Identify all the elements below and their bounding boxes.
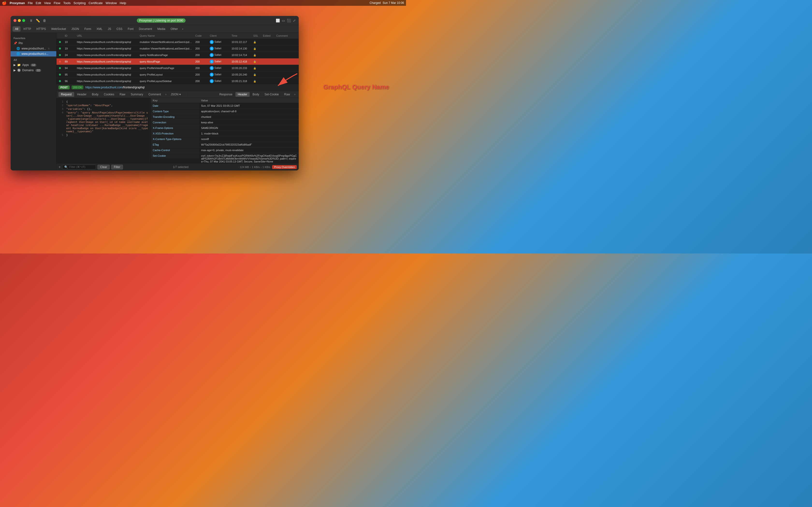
- apple-menu[interactable]: 🍎: [2, 1, 7, 5]
- row-code-96: 200: [194, 78, 208, 83]
- rh-val-x-xss: 1; mode=block: [199, 131, 299, 136]
- detail-tab-body-right[interactable]: Body: [250, 92, 261, 97]
- minimize-button[interactable]: [18, 19, 21, 22]
- row-queryname-96: query ProfileLayoutSidebar: [138, 78, 194, 83]
- tab-json[interactable]: JSON: [69, 26, 82, 32]
- sidebar-group-apps[interactable]: ▶ 📁 Apps 12: [11, 62, 56, 68]
- detail-tab-body-left[interactable]: Body: [89, 92, 101, 97]
- tab-form[interactable]: Form: [82, 26, 94, 32]
- th-url[interactable]: URL: [75, 34, 138, 38]
- menubar-scripting[interactable]: Scripting: [73, 1, 86, 5]
- th-queryname[interactable]: Query Name: [138, 34, 194, 38]
- code-line-4: 4 "query": "query AboutPage{aboutPage{me…: [57, 111, 151, 133]
- menubar-view[interactable]: View: [44, 1, 51, 5]
- detail-tab-request[interactable]: Request: [58, 92, 74, 97]
- sidebar-item-producthunt2[interactable]: 🌐 www.producthunt.c...: [11, 51, 56, 56]
- row-edited-95: [261, 73, 275, 76]
- menubar-certificate[interactable]: Certificate: [89, 1, 103, 5]
- detail-tab-response[interactable]: Response: [217, 92, 235, 97]
- th-edited[interactable]: Edited: [261, 34, 275, 38]
- menubar-help[interactable]: Help: [120, 1, 126, 5]
- rh-val-content-type: application/json; charset=utf-8: [199, 109, 299, 114]
- maximize-button[interactable]: [22, 19, 25, 22]
- split-horizontal-icon[interactable]: ⬜: [276, 18, 280, 22]
- table-row[interactable]: 24 https://www.producthunt.com/frontend/…: [57, 52, 299, 58]
- copy-icon[interactable]: ⎘: [48, 47, 50, 50]
- menubar-edit[interactable]: Edit: [36, 1, 41, 5]
- search-box[interactable]: 🔍 Filter (⌘⌥F): [62, 165, 96, 169]
- row-client-89: S Safari: [208, 58, 230, 65]
- tab-http[interactable]: HTTP: [21, 26, 33, 32]
- th-code[interactable]: Code: [194, 34, 208, 38]
- tab-js[interactable]: JS: [105, 26, 114, 32]
- sidebar-item-pin[interactable]: 📌 Pin: [11, 41, 56, 46]
- add-button[interactable]: +: [58, 165, 61, 169]
- detail-tab-header-right[interactable]: Header: [236, 92, 250, 97]
- tab-xml[interactable]: XML: [94, 26, 105, 32]
- detail-tab-raw-right[interactable]: Raw: [282, 92, 292, 97]
- sidebar-item-producthunt1[interactable]: 🌐 www.producthunt... ⎘: [11, 46, 56, 51]
- tab-all[interactable]: All: [12, 26, 20, 32]
- th-time[interactable]: Time: [230, 34, 252, 38]
- tab-font[interactable]: Font: [125, 26, 136, 32]
- row-time-95: 10:05:20.240: [230, 72, 252, 77]
- th-comment[interactable]: Comment: [275, 34, 294, 38]
- tab-document[interactable]: Document: [137, 26, 155, 32]
- menubar-file[interactable]: File: [28, 1, 33, 5]
- table-row[interactable]: 94 https://www.producthunt.com/frontend/…: [57, 65, 299, 71]
- menubar-charged: Charged: [369, 1, 380, 5]
- tab-media[interactable]: Media: [155, 26, 168, 32]
- detail-tab-setcookie[interactable]: Set-Cookie: [262, 92, 281, 97]
- detail-tab-cookies[interactable]: Cookies: [101, 92, 116, 97]
- menubar-flow[interactable]: Flow: [54, 1, 60, 5]
- table-row[interactable]: 10 https://www.producthunt.com/frontend/…: [57, 39, 299, 45]
- filter-button[interactable]: Filter: [111, 165, 123, 169]
- json-format-selector[interactable]: JSON ▾: [168, 92, 183, 97]
- menubar-app-name[interactable]: Proxyman: [10, 1, 25, 5]
- response-header-x-content-type: X-Content-Type-Options nosniff: [151, 136, 299, 142]
- response-header-x-frame: X-Frame-Options SAMEORIGIN: [151, 125, 299, 131]
- tab-css[interactable]: CSS: [114, 26, 125, 32]
- tab-https[interactable]: HTTPS: [34, 26, 48, 32]
- row-time-24: 10:02:14.714: [230, 52, 252, 58]
- delete-button[interactable]: 🗑: [42, 18, 47, 23]
- detail-tab-comment[interactable]: Comment: [146, 92, 163, 97]
- detail-tab-raw-left[interactable]: Raw: [117, 92, 128, 97]
- rh-val-date: Sun, 07 Mar 2021 03:05:13 GMT: [199, 103, 299, 108]
- th-id[interactable]: ID: [63, 34, 75, 38]
- layout-icon[interactable]: ⬛: [287, 18, 291, 22]
- menubar-window[interactable]: Window: [106, 1, 117, 5]
- tabbar: All HTTP HTTPS WebSocket JSON Form XML J…: [11, 25, 299, 33]
- search-icon: 🔍: [64, 165, 68, 169]
- row-comment-95: [275, 73, 294, 76]
- detail-tab-plus-right[interactable]: +: [293, 93, 297, 96]
- row-client-19: S Safari: [208, 45, 230, 52]
- sidebar-group-domains[interactable]: ▶ 🔘 Domains 22: [11, 68, 56, 73]
- table-row[interactable]: 95 https://www.producthunt.com/frontend/…: [57, 71, 299, 78]
- th-client[interactable]: Client: [208, 34, 230, 38]
- fullscreen-icon[interactable]: ⤢: [293, 18, 296, 22]
- detail-left[interactable]: 1 { 2 "operationName": "AboutPage", 3 "v…: [57, 98, 151, 163]
- close-button[interactable]: [13, 19, 16, 22]
- tab-other[interactable]: Other: [168, 26, 180, 32]
- globe-icon: 🌐: [16, 47, 20, 50]
- pause-button[interactable]: ⏸: [29, 18, 33, 23]
- edit-button[interactable]: ✏️: [35, 18, 40, 23]
- detail-tab-plus-left[interactable]: +: [164, 93, 168, 96]
- split-vertical-icon[interactable]: ▭: [282, 18, 285, 22]
- clear-button[interactable]: Clear: [97, 165, 110, 169]
- detail-tab-summary[interactable]: Summary: [128, 92, 146, 97]
- menubar-left: 🍎 Proxyman File Edit View Flow Tools Scr…: [2, 1, 126, 5]
- response-header-transfer-encoding: Transfer-Encoding chunked: [151, 114, 299, 120]
- tab-more[interactable]: ›: [181, 26, 185, 32]
- tab-websocket[interactable]: WebSocket: [49, 26, 68, 32]
- menubar-tools[interactable]: Tools: [63, 1, 70, 5]
- table-row-selected[interactable]: 89 https://www.producthunt.com/frontend/…: [57, 58, 299, 65]
- table-row[interactable]: 19 https://www.producthunt.com/frontend/…: [57, 45, 299, 52]
- detail-tab-header-left[interactable]: Header: [75, 92, 89, 97]
- code-line-3: 3 "variables": {},: [57, 107, 151, 111]
- table-row[interactable]: 96 https://www.producthunt.com/frontend/…: [57, 78, 299, 83]
- sidebar-pin-label: Pin: [18, 42, 23, 45]
- th-ssl[interactable]: SSL: [252, 34, 261, 38]
- row-status-95: [57, 72, 63, 77]
